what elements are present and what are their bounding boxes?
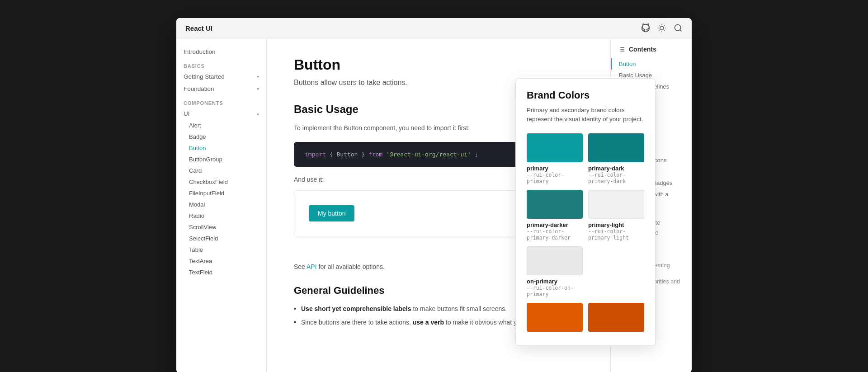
browser-title: React UI (185, 24, 212, 32)
swatch-primary-dark (588, 133, 644, 162)
color-name-primary: primary (527, 165, 583, 172)
sidebar-item-foundation[interactable]: Foundation ▾ (176, 83, 266, 95)
color-swatch-primary-dark: primary-dark --rui-color-primary-dark (588, 133, 644, 184)
color-name-primary-light: primary-light (588, 221, 644, 228)
sidebar-sub-badge[interactable]: Badge (176, 131, 266, 142)
color-var-primary-darker: --rui-color-primary-darker (527, 228, 583, 241)
toc-header: Contents (611, 46, 692, 58)
sidebar-item-introduction[interactable]: Introduction (176, 46, 266, 58)
sidebar-sub-alert[interactable]: Alert (176, 120, 266, 131)
sidebar-item-ui[interactable]: UI ▴ (176, 108, 266, 120)
sidebar-section-components: COMPONENTS (176, 95, 266, 108)
color-name-primary-darker: primary-darker (527, 221, 583, 228)
chevron-down-icon: ▾ (257, 74, 259, 79)
theme-icon[interactable] (657, 24, 666, 33)
color-name-on-primary: on-primary (527, 278, 583, 285)
color-var-primary-dark: --rui-color-primary-dark (588, 172, 644, 184)
brand-colors-panel: Brand Colors Primary and secondary brand… (515, 78, 656, 346)
search-icon[interactable] (674, 24, 683, 33)
browser-icons (641, 24, 683, 33)
sidebar: Introduction BASICS Getting Started ▾ Fo… (176, 38, 267, 372)
color-var-primary-light: --rui-color-primary-light (588, 228, 644, 241)
contents-icon (618, 46, 625, 53)
toc-item-button[interactable]: Button (611, 58, 692, 70)
color-swatch-primary: primary --rui-color-primary (527, 133, 583, 184)
color-var-primary: --rui-color-primary (527, 172, 583, 184)
color-var-on-primary: --rui-color-on-primary (527, 285, 583, 297)
sidebar-sub-card[interactable]: Card (176, 165, 266, 176)
svg-line-4 (659, 25, 660, 26)
api-link[interactable]: API (307, 263, 317, 270)
demo-button[interactable]: My button (309, 205, 354, 221)
sidebar-sub-radio[interactable]: Radio (176, 210, 266, 221)
sidebar-sub-buttongroup[interactable]: ButtonGroup (176, 154, 266, 165)
swatch-primary (527, 133, 583, 162)
swatch-on-primary (527, 246, 583, 275)
color-grid: primary --rui-color-primary primary-dark… (527, 133, 644, 334)
sidebar-sub-textfield[interactable]: TextField (176, 267, 266, 278)
github-icon[interactable] (641, 24, 650, 33)
swatch-secondary (527, 303, 583, 332)
color-swatch-primary-darker: primary-darker --rui-color-primary-darke… (527, 190, 583, 241)
svg-point-1 (660, 26, 664, 30)
color-swatch-primary-light: primary-light --rui-color-primary-light (588, 190, 644, 241)
sidebar-sub-table[interactable]: Table (176, 244, 266, 255)
browser-window: React UI (176, 18, 692, 372)
sidebar-sub-modal[interactable]: Modal (176, 199, 266, 210)
color-name-primary-dark: primary-dark (588, 165, 644, 172)
sidebar-sub-checkboxfield[interactable]: CheckboxField (176, 176, 266, 188)
swatch-primary-light (588, 190, 644, 219)
swatch-primary-darker (527, 190, 583, 219)
svg-line-9 (664, 25, 665, 26)
sidebar-sub-selectfield[interactable]: SelectField (176, 233, 266, 244)
svg-line-11 (680, 30, 682, 32)
chevron-down-icon: ▾ (257, 86, 259, 91)
brand-panel-desc: Primary and secondary brand colors repre… (527, 106, 644, 124)
color-swatch-secondary-dark (588, 303, 644, 334)
sidebar-sub-textarea[interactable]: TextArea (176, 255, 266, 267)
sidebar-sub-scrollview[interactable]: ScrollView (176, 221, 266, 233)
chevron-up-icon: ▴ (257, 111, 259, 116)
app-body: Introduction BASICS Getting Started ▾ Fo… (176, 38, 692, 372)
browser-header: React UI (176, 18, 692, 38)
color-swatch-placeholder (588, 246, 644, 297)
page-title: Button (294, 57, 583, 73)
sidebar-section-basics: BASICS (176, 58, 266, 71)
svg-line-5 (664, 30, 665, 31)
color-swatch-secondary (527, 303, 583, 334)
brand-panel-title: Brand Colors (527, 89, 644, 101)
sidebar-sub-button[interactable]: Button (176, 142, 266, 154)
sidebar-sub-fileinputfield[interactable]: FileInputField (176, 188, 266, 199)
sidebar-item-getting-started[interactable]: Getting Started ▾ (176, 71, 266, 83)
svg-point-10 (675, 25, 681, 31)
color-swatch-on-primary: on-primary --rui-color-on-primary (527, 246, 583, 297)
swatch-secondary-dark (588, 303, 644, 332)
svg-line-8 (659, 30, 660, 31)
